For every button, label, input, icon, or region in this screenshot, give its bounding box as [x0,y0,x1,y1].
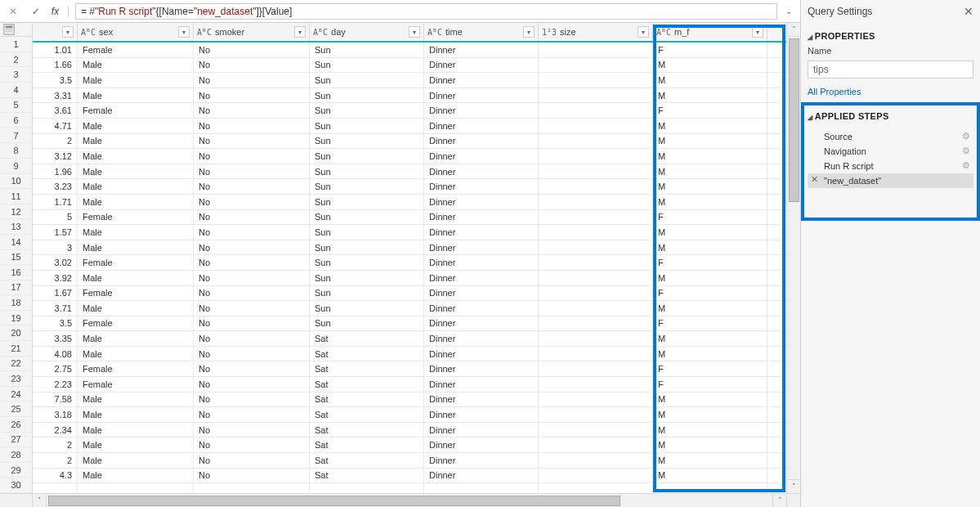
select-all-corner[interactable] [0,23,32,37]
cell[interactable]: No [194,377,310,392]
table-row[interactable]: 3.5MaleNoSunDinnerM [33,73,786,88]
cell[interactable]: No [194,407,310,422]
cell[interactable]: Sun [310,240,424,255]
cell[interactable]: F [653,361,767,376]
cell[interactable]: Dinner [424,469,539,483]
cell[interactable]: Sun [310,103,424,118]
cell[interactable]: Female [78,43,194,57]
cell[interactable]: Male [78,407,194,422]
cell[interactable] [539,134,653,149]
cell[interactable]: Sun [310,316,424,331]
horizontal-scrollbar[interactable]: ˂ ˃ [33,494,786,507]
cell[interactable]: Male [78,347,194,361]
applied-step[interactable]: ✕"new_dataset" [808,173,973,188]
table-row[interactable]: 3.71MaleNoSunDinnerM [33,301,786,316]
applied-step[interactable]: Run R script⚙ [808,159,973,173]
cell[interactable]: 2 [33,453,78,468]
cell[interactable]: 4.71 [33,119,78,133]
cell[interactable]: Dinner [424,377,539,392]
cell[interactable]: Male [78,423,194,437]
cell[interactable]: No [194,331,310,346]
cell[interactable] [539,361,653,376]
cell[interactable]: Dinner [424,88,539,103]
cell[interactable]: Dinner [424,361,539,376]
cell[interactable]: No [194,179,310,194]
cell[interactable]: 3.61 [33,103,78,118]
cell[interactable] [539,377,653,392]
cell[interactable]: Sat [310,423,424,437]
cell[interactable]: 1.67 [33,286,78,301]
cell[interactable]: Dinner [424,134,539,149]
cell[interactable]: 3.35 [33,331,78,346]
table-row[interactable]: 3.12MaleNoSunDinnerM [33,149,786,164]
cell[interactable]: Male [78,301,194,316]
cell[interactable] [539,437,653,452]
scroll-up-icon[interactable]: ˄ [787,23,800,37]
cell[interactable]: M [653,347,767,361]
cell[interactable]: Male [78,240,194,255]
cell[interactable]: Dinner [424,43,539,57]
formula-input[interactable]: = #"Run R script"{[Name="new_dataset"]}[… [75,3,777,20]
cell[interactable] [539,240,653,255]
cell[interactable]: No [194,43,310,57]
cell[interactable]: Male [78,134,194,149]
column-filter-icon[interactable]: ▾ [294,26,306,38]
cell[interactable]: Sat [310,377,424,392]
cell[interactable] [539,483,653,493]
table-row[interactable] [33,483,786,493]
cell[interactable]: No [194,361,310,376]
cell[interactable] [33,483,78,493]
cell[interactable]: No [194,423,310,437]
cell[interactable]: No [194,210,310,225]
cell[interactable] [539,407,653,422]
table-row[interactable]: 2MaleNoSatDinnerM [33,437,786,453]
cell[interactable]: Dinner [424,119,539,133]
cell[interactable]: 1.71 [33,195,78,209]
cell[interactable] [539,301,653,316]
cell[interactable]: Sat [310,361,424,376]
cell[interactable] [539,316,653,331]
step-settings-icon[interactable]: ⚙ [962,131,970,141]
cell[interactable]: Dinner [424,331,539,346]
cell[interactable]: Male [78,393,194,407]
cell[interactable]: M [653,453,767,468]
cell[interactable]: M [653,225,767,240]
row-number[interactable]: 27 [0,433,32,448]
cell[interactable]: 3 [33,240,78,255]
row-number[interactable]: 8 [0,143,32,159]
cell[interactable]: No [194,149,310,164]
step-settings-icon[interactable]: ⚙ [962,146,970,156]
cell[interactable]: M [653,271,767,285]
cell[interactable] [539,210,653,225]
cell[interactable]: 1.01 [33,43,78,57]
cell[interactable]: Sun [310,58,424,73]
table-row[interactable]: 3.18MaleNoSatDinnerM [33,407,786,423]
cell[interactable]: M [653,58,767,73]
cell[interactable]: M [653,469,767,483]
cell[interactable]: No [194,255,310,270]
cell[interactable]: Sun [310,271,424,285]
cell[interactable] [539,179,653,194]
row-number[interactable]: 9 [0,159,32,174]
cell[interactable]: Sat [310,331,424,346]
cell[interactable]: No [194,316,310,331]
cell[interactable]: Male [78,271,194,285]
cell[interactable]: Dinner [424,73,539,87]
row-number[interactable]: 30 [0,478,32,493]
cell[interactable]: Sun [310,195,424,209]
close-panel-icon[interactable]: ✕ [964,5,973,18]
cell[interactable]: Female [78,103,194,118]
cell[interactable] [539,103,653,118]
vertical-scrollbar[interactable]: ˄ ˅ [786,23,800,493]
cell[interactable]: F [653,43,767,57]
cell[interactable]: M [653,240,767,255]
table-row[interactable]: 1.01FemaleNoSunDinnerF [33,43,786,58]
cell[interactable]: M [653,407,767,422]
cell[interactable]: No [194,469,310,483]
cell[interactable]: Male [78,453,194,468]
cell[interactable]: 2 [33,134,78,149]
cell[interactable]: 3.23 [33,179,78,194]
cell[interactable]: Sun [310,255,424,270]
cell[interactable]: Dinner [424,423,539,437]
column-filter-icon[interactable]: ▾ [409,26,420,38]
